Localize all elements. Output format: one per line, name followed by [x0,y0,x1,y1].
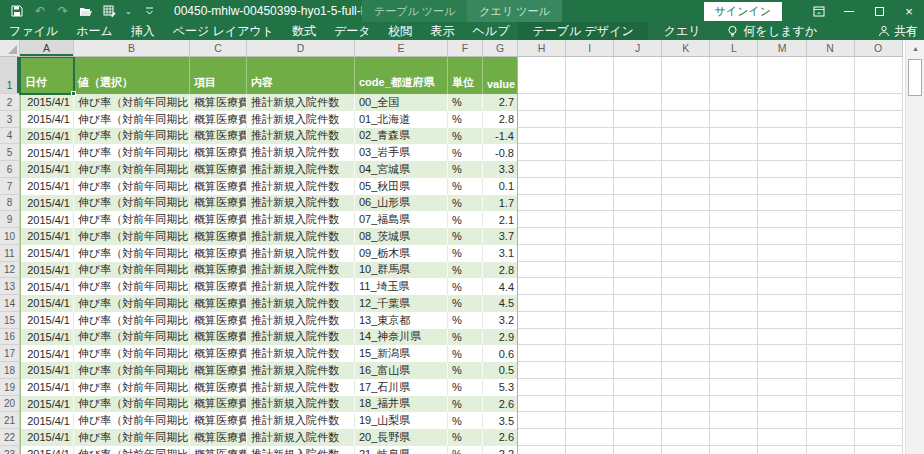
cell[interactable] [614,57,662,94]
cell[interactable] [614,329,662,346]
cell[interactable]: 2.9 [483,329,518,346]
column-header-E[interactable]: E [355,40,448,56]
cell[interactable]: 伸び率（対前年同期比） [74,262,190,279]
cell[interactable]: % [448,211,483,228]
cell[interactable]: 伸び率（対前年同期比） [74,211,190,228]
cell[interactable]: % [448,362,483,379]
cell[interactable]: 2015/4/1 [20,446,74,454]
cell[interactable]: 0.5 [483,362,518,379]
cell[interactable] [758,128,806,145]
cell[interactable] [614,228,662,245]
cell[interactable]: % [448,161,483,178]
tab-view[interactable]: 表示 [422,22,464,40]
cell[interactable]: % [448,345,483,362]
cell[interactable] [855,396,903,413]
cell[interactable]: 3.5 [483,412,518,429]
cell-F1-unit-header[interactable]: 単位 [448,57,483,94]
cell[interactable] [662,57,710,94]
cell[interactable]: 2015/4/1 [20,262,74,279]
row-header-2[interactable]: 2 [0,94,20,111]
cell[interactable]: % [448,94,483,111]
cell[interactable] [807,379,855,396]
cell[interactable]: 推計新規入院件数 [247,262,355,279]
cell[interactable]: 伸び率（対前年同期比） [74,278,190,295]
cell[interactable] [518,211,566,228]
cell[interactable] [662,278,710,295]
cell[interactable]: % [448,278,483,295]
cell[interactable]: 2015/4/1 [20,211,74,228]
cell[interactable] [758,312,806,329]
cell[interactable] [614,94,662,111]
cell[interactable]: 推計新規入院件数 [247,195,355,212]
column-header-K[interactable]: K [662,40,710,56]
cell[interactable] [566,144,614,161]
cell[interactable]: 伸び率（対前年同期比） [74,312,190,329]
cell[interactable]: % [448,396,483,413]
cell[interactable] [855,94,903,111]
cell[interactable]: 概算医療費 [190,195,247,212]
cell[interactable]: 2015/4/1 [20,245,74,262]
cell[interactable]: 2015/4/1 [20,412,74,429]
cell-A1-date-header[interactable]: 日付 [20,57,74,94]
cell[interactable]: 2015/4/1 [20,345,74,362]
column-header-F[interactable]: F [448,40,483,56]
cell[interactable] [662,295,710,312]
cell[interactable] [807,144,855,161]
ribbon-display-options-icon[interactable] [804,0,834,22]
cell[interactable] [855,446,903,454]
cell[interactable]: 19_山梨県 [355,412,448,429]
cell[interactable] [518,396,566,413]
cell[interactable] [758,178,806,195]
cell[interactable] [662,195,710,212]
cell[interactable] [518,245,566,262]
cell[interactable] [758,362,806,379]
cell[interactable] [566,94,614,111]
column-header-M[interactable]: M [758,40,806,56]
cell[interactable]: 概算医療費 [190,446,247,454]
tab-home[interactable]: ホーム [67,22,122,40]
cell[interactable] [662,128,710,145]
cell[interactable] [807,345,855,362]
cell[interactable] [566,178,614,195]
row-header-17[interactable]: 17 [0,345,20,362]
cell[interactable] [662,412,710,429]
cell[interactable] [662,228,710,245]
cell[interactable] [710,128,758,145]
cell[interactable] [807,412,855,429]
row-header-11[interactable]: 11 [0,245,20,262]
chevron-down-icon[interactable]: ⌄ [125,7,133,16]
cell[interactable] [614,345,662,362]
cell[interactable] [566,295,614,312]
cell[interactable]: 伸び率（対前年同期比） [74,329,190,346]
cell[interactable]: 推計新規入院件数 [247,295,355,312]
cell[interactable] [807,228,855,245]
cell[interactable]: 2.6 [483,429,518,446]
cell[interactable] [758,278,806,295]
cell[interactable]: 伸び率（対前年同期比） [74,245,190,262]
cell[interactable] [614,178,662,195]
cell[interactable] [855,245,903,262]
undo-icon[interactable]: ↶ [33,4,47,18]
cell[interactable] [807,312,855,329]
cell[interactable] [710,396,758,413]
cell[interactable]: 推計新規入院件数 [247,128,355,145]
cell[interactable]: 推計新規入院件数 [247,144,355,161]
column-header-N[interactable]: N [807,40,855,56]
cell[interactable] [566,329,614,346]
cell[interactable]: 推計新規入院件数 [247,329,355,346]
cell[interactable]: 2015/4/1 [20,111,74,128]
cell[interactable] [807,295,855,312]
cell[interactable]: 06_山形県 [355,195,448,212]
cell[interactable] [710,379,758,396]
cell[interactable] [758,144,806,161]
cell[interactable]: 概算医療費 [190,228,247,245]
sign-in-button[interactable]: サインイン [704,2,782,21]
cell[interactable]: 18_福井県 [355,396,448,413]
cell[interactable]: 21_岐阜県 [355,446,448,454]
row-header-18[interactable]: 18 [0,362,20,379]
cell[interactable]: % [448,228,483,245]
cell[interactable] [518,262,566,279]
cell[interactable]: 2015/4/1 [20,161,74,178]
cell[interactable]: 推計新規入院件数 [247,362,355,379]
cell[interactable] [807,111,855,128]
